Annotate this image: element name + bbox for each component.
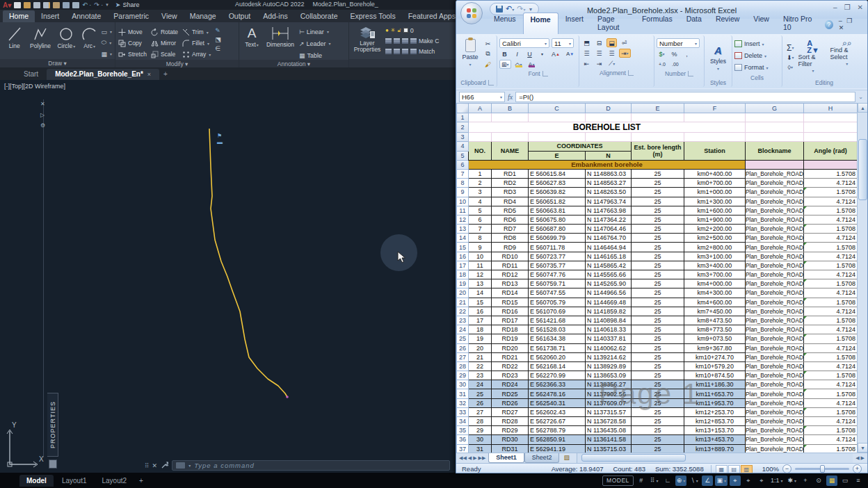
qat-customize-icon[interactable]: ▾ — [106, 2, 108, 8]
cell[interactable]: 25 — [469, 389, 492, 398]
cell[interactable]: 25 — [632, 169, 684, 178]
new-file-icon[interactable] — [14, 2, 21, 8]
cell[interactable]: 1.5708 — [804, 426, 858, 435]
cell[interactable]: N 1140618.33 — [586, 325, 632, 334]
cell[interactable]: 4.7124 — [804, 197, 858, 206]
row-header[interactable]: 3 — [457, 133, 469, 142]
cell[interactable]: E 561421.68 — [529, 316, 586, 325]
cell[interactable]: 15 — [469, 298, 492, 307]
cell[interactable]: 4.7124 — [804, 325, 858, 334]
cell[interactable]: km10+579.20 — [684, 361, 746, 371]
cell[interactable]: 1.5708 — [804, 206, 858, 215]
acad-ribbon-tab-insert[interactable]: Insert — [35, 10, 65, 22]
table-icon[interactable]: ▦ — [299, 52, 305, 59]
workspace-gear-icon[interactable]: ✱▾ — [786, 475, 798, 486]
line-button[interactable]: Line — [3, 24, 26, 49]
cell[interactable]: 1.5708 — [804, 316, 858, 325]
cell[interactable]: Plan_Borehole_ROAD — [746, 243, 804, 252]
cell[interactable]: RD23 — [492, 371, 529, 380]
command-close-icon[interactable]: ✕ — [152, 462, 158, 469]
cell[interactable]: N 1146464.94 — [586, 243, 632, 252]
cell[interactable]: E 560675.80 — [529, 215, 586, 224]
cell[interactable] — [746, 113, 804, 122]
cell[interactable]: Plan_Borehole_ROAD — [746, 234, 804, 243]
cell[interactable]: km4+000.00 — [684, 279, 746, 288]
increase-indent-button[interactable]: ⇥ — [594, 59, 604, 68]
cell[interactable]: Plan_Borehole_ROAD — [746, 371, 804, 380]
header-name[interactable]: NAME — [492, 142, 529, 160]
increase-decimal-button[interactable]: +.0 — [657, 60, 668, 69]
column-header[interactable]: C — [529, 104, 586, 113]
excel-ribbon-tab-nitro-pro-10[interactable]: Nitro Pro 10 — [776, 13, 819, 34]
cell[interactable]: Plan_Borehole_ROAD — [746, 206, 804, 215]
formula-input[interactable]: =PI() — [515, 92, 855, 102]
row-header[interactable]: 19 — [457, 279, 469, 288]
cell[interactable]: RD27 — [492, 407, 529, 416]
sort-filter-button[interactable]: AZ▼ Sort & Filter▾ — [798, 37, 828, 78]
cell[interactable]: 1.5708 — [804, 279, 858, 288]
cell[interactable]: 26 — [469, 398, 492, 407]
cell[interactable] — [746, 122, 804, 133]
header-northing[interactable]: N — [586, 151, 632, 160]
clear-button[interactable]: ◊▾ — [785, 63, 796, 72]
cell[interactable]: RD11 — [492, 261, 529, 270]
bold-button[interactable]: B — [499, 49, 510, 58]
alignment-dialog-launcher[interactable] — [628, 70, 634, 76]
cell[interactable]: 25 — [632, 234, 684, 243]
row-header[interactable]: 37 — [457, 444, 469, 453]
column-header[interactable]: B — [492, 104, 529, 113]
plot-icon[interactable] — [53, 2, 60, 8]
cell[interactable]: E 562788.79 — [529, 426, 586, 435]
number-format-combo[interactable]: Number▾ — [657, 38, 700, 48]
row-header[interactable]: 10 — [457, 197, 469, 206]
cell[interactable]: RD13 — [492, 279, 529, 288]
cell[interactable]: km4+600.00 — [684, 298, 746, 307]
cell[interactable]: N 1138356.27 — [586, 380, 632, 389]
shrink-font-button[interactable]: A▼ — [564, 49, 576, 58]
decrease-indent-button[interactable]: ⇤ — [581, 59, 592, 68]
cell[interactable]: N 1140062.62 — [586, 343, 632, 352]
excel-ribbon-tab-insert[interactable]: Insert — [558, 13, 590, 34]
excel-ribbon-tab-formulas[interactable]: Formulas — [635, 13, 680, 34]
redo-icon[interactable]: ↷ · — [94, 1, 103, 8]
acad-ribbon-tab-manage[interactable]: Manage — [184, 10, 223, 22]
header-coordinates[interactable]: COORDINATES — [529, 142, 632, 151]
page-break-view-button[interactable]: ▥ — [741, 465, 753, 473]
cell[interactable]: 25 — [632, 343, 684, 352]
acad-ribbon-tab-express-tools[interactable]: Express Tools — [344, 10, 401, 22]
cell[interactable]: Plan_Borehole_ROAD — [746, 179, 804, 188]
linear-label[interactable]: Linear — [307, 29, 324, 35]
road-alignment-polyline[interactable] — [0, 80, 456, 473]
cell[interactable]: 24 — [469, 380, 492, 389]
acad-ribbon-tab-add-ins[interactable]: Add-ins — [257, 10, 294, 22]
cell[interactable]: Plan_Borehole_ROAD — [746, 252, 804, 261]
cell[interactable]: N 1137902.56 — [586, 389, 632, 398]
cell[interactable]: 9 — [469, 243, 492, 252]
cell[interactable]: 4.7124 — [804, 398, 858, 407]
cell[interactable]: 25 — [632, 389, 684, 398]
cell[interactable]: km12+853.70 — [684, 417, 746, 426]
cell[interactable]: 29 — [469, 426, 492, 435]
cell[interactable]: Plan_Borehole_ROAD — [746, 398, 804, 407]
cell[interactable]: RD25 — [492, 389, 529, 398]
grow-font-button[interactable]: A▲ — [549, 49, 562, 58]
cell[interactable]: N 1146764.70 — [586, 234, 632, 243]
row-header[interactable]: 17 — [457, 261, 469, 270]
horizontal-scrollbar[interactable] — [577, 453, 853, 463]
cell[interactable]: RD10 — [492, 252, 529, 261]
cell[interactable]: 25 — [632, 243, 684, 252]
cell[interactable]: 1.5708 — [804, 243, 858, 252]
cell[interactable]: km1+600.00 — [684, 206, 746, 215]
cell[interactable]: 25 — [632, 188, 684, 197]
cell[interactable]: RD19 — [492, 334, 529, 343]
open-folder-icon[interactable] — [24, 2, 31, 8]
row-header[interactable]: 18 — [457, 270, 469, 279]
cell[interactable]: RD16 — [492, 307, 529, 316]
scroll-down-arrow[interactable]: ▼ — [858, 443, 868, 453]
cell[interactable]: E 561634.38 — [529, 334, 586, 343]
cell[interactable]: km3+100.00 — [684, 252, 746, 261]
row-header[interactable]: 20 — [457, 288, 469, 298]
cell[interactable] — [632, 133, 684, 142]
cell[interactable] — [586, 133, 632, 142]
linear-dimension-icon[interactable]: ⊢ — [299, 29, 305, 35]
